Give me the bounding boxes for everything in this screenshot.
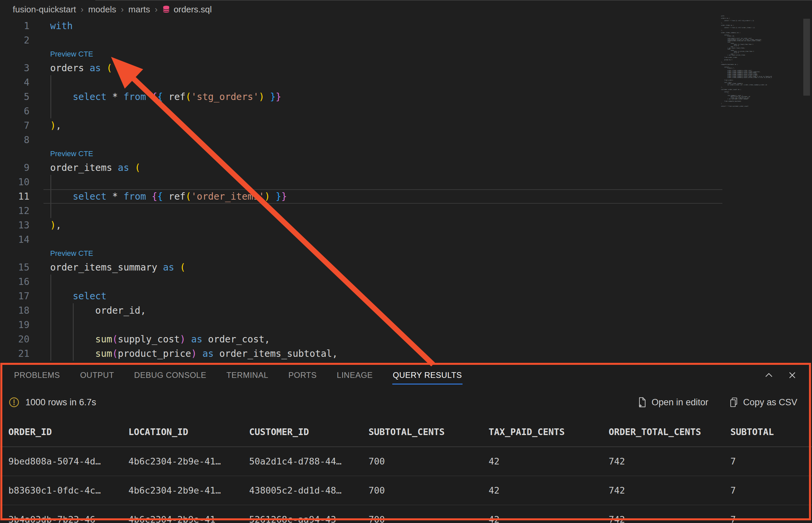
code-token: , bbox=[56, 220, 61, 231]
code-token: * bbox=[112, 91, 118, 102]
breadcrumb-item-models[interactable]: models bbox=[88, 4, 116, 15]
line-number bbox=[0, 48, 43, 61]
tab-output[interactable]: OUTPUT bbox=[79, 365, 115, 385]
code-token: } bbox=[270, 91, 276, 102]
chevron-up-icon[interactable] bbox=[764, 370, 774, 380]
code-line-content bbox=[43, 133, 722, 147]
code-token: ) bbox=[50, 120, 56, 131]
code-token: from bbox=[123, 191, 146, 202]
code-line: 9order_items as ( bbox=[0, 161, 722, 175]
line-number: 7 bbox=[0, 119, 43, 133]
code-token: ref bbox=[163, 91, 185, 102]
code-line: 4 bbox=[0, 75, 722, 90]
code-token bbox=[265, 91, 270, 102]
code-line-content: sum(product_price) as order_items_subtot… bbox=[43, 346, 722, 361]
code-lens-preview-cte[interactable]: Preview CTE bbox=[50, 249, 93, 257]
breadcrumb-item-marts[interactable]: marts bbox=[128, 4, 150, 15]
code-token: ( bbox=[112, 334, 118, 345]
code-token: ) bbox=[180, 334, 186, 345]
code-token: sum bbox=[95, 348, 112, 359]
code-lens-preview-cte[interactable]: Preview CTE bbox=[50, 149, 93, 158]
table-cell: 42 bbox=[489, 485, 609, 495]
code-token bbox=[107, 191, 112, 202]
table-cell: 42 bbox=[489, 514, 609, 523]
code-token: orders bbox=[50, 62, 90, 74]
indent-guide bbox=[73, 332, 74, 346]
tab-query-results[interactable]: QUERY RESULTS bbox=[392, 365, 463, 385]
table-row: 9bed808a-5074-4d…4b6c2304-2b9e-41…50a2d1… bbox=[0, 447, 812, 476]
indent-guide bbox=[73, 303, 74, 318]
table-cell: 4b6c2304-2b9e-41 bbox=[128, 514, 249, 523]
code-token bbox=[118, 91, 123, 102]
tab-problems[interactable]: PROBLEMS bbox=[13, 365, 60, 385]
code-token: ( bbox=[180, 262, 186, 273]
code-token: order_cost, bbox=[202, 334, 270, 345]
code-line-content: orders as ( bbox=[43, 61, 722, 75]
code-line: 7), bbox=[0, 119, 722, 133]
code-line-content: select * from {{ ref('order_items') }} bbox=[43, 189, 722, 204]
code-token: as bbox=[118, 162, 129, 173]
table-cell: 5261268c-aa94-43 bbox=[249, 514, 368, 523]
code-line-content bbox=[43, 104, 722, 119]
open-in-editor-label: Open in editor bbox=[651, 397, 708, 408]
breadcrumb-file[interactable]: orders.sql bbox=[162, 4, 212, 15]
line-number: 12 bbox=[0, 204, 43, 218]
code-token: } bbox=[275, 91, 281, 102]
code-line: 15order_items_summary as ( bbox=[0, 260, 722, 274]
code-lens-preview-cte[interactable]: Preview CTE bbox=[50, 50, 93, 58]
code-line: 21 sum(product_price) as order_items_sub… bbox=[0, 346, 722, 361]
code-token: ) bbox=[259, 91, 265, 102]
column-header-subtotal-cents: SUBTOTAL_CENTS bbox=[368, 427, 489, 437]
code-token: ( bbox=[107, 62, 112, 74]
copy-as-csv-button[interactable]: Copy as CSV bbox=[729, 397, 797, 408]
line-number: 8 bbox=[0, 133, 43, 147]
indent-guide bbox=[51, 90, 51, 104]
code-line: 20 sum(supply_cost) as order_cost, bbox=[0, 332, 722, 346]
code-token: ref bbox=[163, 191, 185, 202]
vscode-window: fusion-quickstart›models›marts › orders.… bbox=[0, 0, 812, 523]
code-token bbox=[146, 191, 152, 202]
code-line: 5 select * from {{ ref('stg_orders') }} bbox=[0, 90, 722, 104]
tab-terminal[interactable]: TERMINAL bbox=[226, 365, 269, 385]
code-token: } bbox=[275, 191, 281, 202]
open-in-editor-button[interactable]: Open in editor bbox=[637, 397, 708, 408]
editor-scrollbar[interactable] bbox=[803, 19, 810, 96]
code-line-content: sum(supply_cost) as order_cost, bbox=[43, 332, 722, 346]
database-icon bbox=[162, 5, 170, 14]
code-line-content bbox=[43, 75, 722, 90]
indent-guide bbox=[51, 104, 51, 119]
table-cell: 50a2d1c4-d788-44… bbox=[249, 456, 368, 467]
code-token: 'stg_orders' bbox=[191, 91, 258, 102]
code-token bbox=[146, 91, 152, 102]
code-token bbox=[129, 162, 135, 173]
tab-debug-console[interactable]: DEBUG CONSOLE bbox=[133, 365, 207, 385]
breadcrumb-path: fusion-quickstart›models›marts bbox=[13, 4, 150, 15]
code-line-content bbox=[43, 175, 722, 189]
breadcrumb-item-fusion-quickstart[interactable]: fusion-quickstart bbox=[13, 4, 76, 15]
table-cell: 742 bbox=[609, 485, 730, 495]
tab-lineage[interactable]: LINEAGE bbox=[336, 365, 374, 385]
minimap[interactable]: with orders as ( select * from {{ ref('s… bbox=[721, 15, 772, 126]
code-token: order_items_summary bbox=[50, 262, 163, 273]
code-token bbox=[107, 91, 112, 102]
code-token: ) bbox=[265, 191, 270, 202]
panel-tab-bar: PROBLEMSOUTPUTDEBUG CONSOLETERMINALPORTS… bbox=[0, 363, 812, 387]
column-header-location-id: LOCATION_ID bbox=[128, 427, 249, 437]
code-token bbox=[50, 191, 73, 202]
table-cell: 4b6c2304-2b9e-41… bbox=[128, 456, 249, 467]
bottom-panel: PROBLEMSOUTPUTDEBUG CONSOLETERMINALPORTS… bbox=[0, 363, 812, 523]
code-line: 1with bbox=[0, 19, 722, 33]
results-body: 9bed808a-5074-4d…4b6c2304-2b9e-41…50a2d1… bbox=[0, 447, 812, 523]
indent-guide bbox=[51, 289, 51, 303]
close-icon[interactable] bbox=[787, 370, 797, 380]
code-token: ( bbox=[112, 348, 118, 359]
code-token: as bbox=[163, 262, 174, 273]
code-line: 6 bbox=[0, 104, 722, 119]
code-token: { bbox=[151, 91, 157, 102]
table-cell: 7 bbox=[730, 514, 812, 523]
current-line-border bbox=[43, 189, 722, 190]
code-token: { bbox=[151, 191, 157, 202]
code-editor[interactable]: 1with2Preview CTE3orders as (45 select *… bbox=[0, 19, 722, 361]
code-token: ( bbox=[186, 91, 191, 102]
tab-ports[interactable]: PORTS bbox=[288, 365, 318, 385]
